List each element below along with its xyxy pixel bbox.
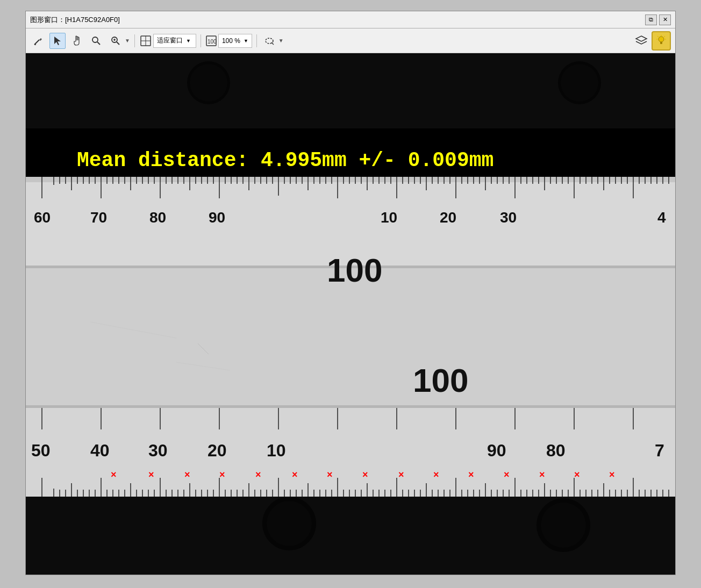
toolbar: ▼ 适应窗口 ▼ 100 100 % ▼ — [26, 28, 675, 53]
svg-point-18 — [659, 37, 664, 42]
hand-icon — [71, 35, 82, 46]
fit-window-dropdown[interactable]: 适应窗口 ▼ — [153, 34, 196, 48]
svg-line-16 — [271, 42, 274, 45]
fit-window-label: 适应窗口 — [157, 36, 183, 45]
svg-text:20: 20 — [440, 209, 456, 226]
svg-line-21 — [657, 36, 659, 37]
broom-icon — [33, 35, 44, 46]
svg-text:×: × — [327, 469, 333, 480]
svg-marker-1 — [39, 38, 42, 41]
zoom-tool-button[interactable] — [88, 33, 104, 49]
mean-distance-overlay: Mean distance: 4.995mm +/- 0.009mm — [77, 149, 493, 172]
layers-icon — [635, 34, 648, 47]
zoom-percent-icon: 100 — [205, 35, 217, 47]
svg-point-37 — [267, 501, 312, 546]
svg-point-4 — [92, 37, 98, 42]
svg-point-26 — [190, 64, 227, 102]
zoom-percent-arrow: ▼ — [244, 38, 248, 44]
svg-text:20: 20 — [208, 441, 227, 460]
select-icon — [52, 35, 63, 46]
svg-line-7 — [117, 42, 119, 45]
svg-text:100: 100 — [327, 252, 382, 289]
ruler-visualization: Mean distance: 4.995mm +/- 0.009mm — [26, 53, 675, 575]
svg-text:4: 4 — [657, 209, 666, 226]
image-area: Mean distance: 4.995mm +/- 0.009mm — [26, 53, 675, 575]
clear-tool-button[interactable] — [30, 33, 46, 49]
svg-text:×: × — [111, 469, 117, 480]
lasso-arrow[interactable]: ▼ — [278, 38, 284, 44]
svg-text:60: 60 — [34, 209, 51, 226]
svg-text:×: × — [255, 469, 261, 480]
svg-text:×: × — [292, 469, 298, 480]
svg-point-28 — [561, 64, 598, 102]
svg-rect-34 — [26, 405, 675, 408]
svg-rect-32 — [26, 268, 675, 405]
measurement-markers: × × × × × × × × × × × × × × × — [111, 469, 615, 480]
window-title: 图形窗口：[H1A75C92A0F0] — [30, 15, 120, 25]
lasso-icon — [263, 35, 275, 47]
fit-dropdown-arrow: ▼ — [186, 38, 191, 44]
zoom-percent-group: 100 100 % ▼ — [205, 34, 252, 48]
svg-text:×: × — [219, 469, 225, 480]
svg-text:10: 10 — [381, 209, 397, 226]
lightbulb-icon — [655, 34, 668, 47]
svg-text:×: × — [574, 469, 580, 480]
main-window: 图形窗口：[H1A75C92A0F0] ⧉ ✕ — [25, 11, 676, 575]
fit-window-icon — [139, 34, 152, 47]
lasso-tool-button[interactable] — [261, 33, 277, 49]
title-bar: 图形窗口：[H1A75C92A0F0] ⧉ ✕ — [26, 11, 675, 28]
svg-rect-33 — [26, 405, 675, 497]
title-controls: ⧉ ✕ — [645, 15, 671, 25]
svg-text:80: 80 — [546, 441, 566, 460]
svg-line-20 — [664, 36, 665, 37]
zoom-plus-arrow[interactable]: ▼ — [125, 38, 130, 44]
svg-marker-3 — [54, 37, 61, 45]
fit-window-group: 适应窗口 ▼ — [139, 34, 196, 48]
svg-text:×: × — [184, 469, 190, 480]
zoom-icon — [91, 35, 102, 46]
hand-tool-button[interactable] — [69, 33, 85, 49]
svg-text:80: 80 — [149, 209, 166, 226]
svg-text:10: 10 — [267, 441, 286, 460]
close-button[interactable]: ✕ — [659, 15, 671, 25]
svg-text:×: × — [468, 469, 474, 480]
separator-3 — [256, 34, 257, 47]
svg-text:×: × — [398, 469, 404, 480]
svg-text:×: × — [539, 469, 545, 480]
right-tools — [633, 31, 671, 51]
svg-text:100: 100 — [413, 362, 468, 399]
zoom-plus-icon — [110, 35, 121, 46]
select-tool-button[interactable] — [49, 33, 66, 49]
svg-marker-17 — [636, 36, 647, 41]
zoom-percent-label: 100 % — [222, 37, 240, 45]
svg-rect-30 — [26, 177, 675, 182]
svg-text:7: 7 — [655, 441, 664, 460]
svg-text:×: × — [609, 469, 615, 480]
svg-text:90: 90 — [209, 209, 225, 226]
zoom-percent-dropdown[interactable]: 100 % ▼ — [218, 34, 252, 48]
svg-line-5 — [97, 42, 100, 45]
separator-1 — [134, 34, 135, 47]
svg-text:30: 30 — [500, 209, 517, 226]
svg-text:×: × — [504, 469, 510, 480]
layers-button[interactable] — [633, 33, 649, 49]
svg-text:40: 40 — [90, 441, 110, 460]
svg-text:×: × — [148, 469, 154, 480]
svg-point-39 — [541, 503, 586, 548]
svg-text:100: 100 — [208, 39, 217, 45]
zoom-plus-button[interactable] — [108, 33, 124, 49]
svg-text:50: 50 — [31, 441, 51, 460]
svg-text:×: × — [362, 469, 368, 480]
svg-text:×: × — [433, 469, 439, 480]
svg-text:70: 70 — [90, 209, 107, 226]
svg-line-0 — [34, 40, 39, 45]
restore-button[interactable]: ⧉ — [645, 15, 657, 25]
svg-text:30: 30 — [148, 441, 168, 460]
separator-2 — [201, 34, 201, 47]
svg-text:90: 90 — [487, 441, 506, 460]
light-button[interactable] — [652, 31, 671, 51]
